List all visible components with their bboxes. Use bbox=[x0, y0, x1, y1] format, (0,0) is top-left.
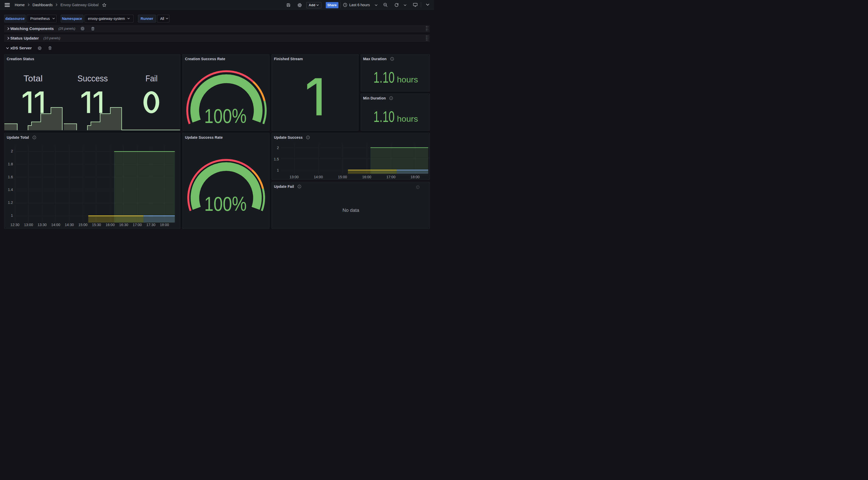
svg-text:hours: hours bbox=[397, 75, 418, 84]
svg-text:Fail: Fail bbox=[146, 74, 158, 83]
svg-text:Success: Success bbox=[78, 74, 108, 83]
svg-text:1.10: 1.10 bbox=[373, 108, 395, 125]
svg-text:Total: Total bbox=[24, 74, 43, 83]
svg-text:1.10: 1.10 bbox=[373, 69, 395, 86]
svg-text:100%: 100% bbox=[204, 105, 247, 127]
svg-text:100%: 100% bbox=[204, 193, 247, 215]
svg-text:hours: hours bbox=[397, 115, 418, 123]
